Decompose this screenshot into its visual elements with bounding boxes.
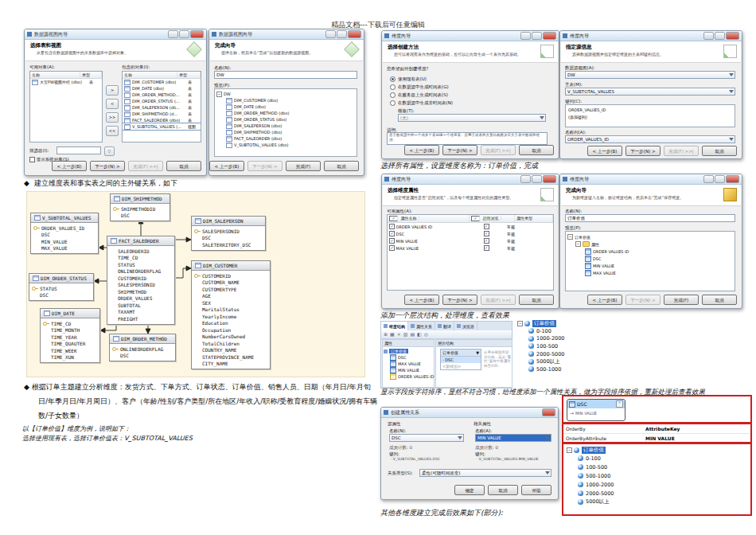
dialog-titlebar[interactable]: 维度向导: [560, 31, 742, 41]
toolbar-icon[interactable]: ◧: [417, 330, 422, 338]
close-button[interactable]: [542, 408, 555, 416]
tree-item[interactable]: DIM_DATE (dbo): [216, 103, 355, 110]
checkbox-icon[interactable]: ✓: [389, 224, 395, 229]
list-item[interactable]: 大宝PW视图外经 (dbo)表: [30, 79, 102, 85]
finish-button[interactable]: 完成(F) >>|: [481, 145, 516, 155]
attr-tree-item[interactable]: DSC: [384, 354, 433, 361]
checkbox-icon[interactable]: ✓: [389, 231, 395, 236]
filter-input[interactable]: [57, 146, 101, 154]
finish-button[interactable]: 完成(F) >>|: [128, 161, 163, 171]
radio-option[interactable]: 在数据源中生成时间表(G): [390, 83, 453, 91]
type-column-header[interactable]: 类型: [80, 72, 102, 78]
tree-item[interactable]: 5000以上: [517, 357, 601, 365]
list-item[interactable]: FACT_SALEORDER (dbo)表: [123, 117, 201, 123]
key-column-item[interactable]: ORDER_VALUES_ID: [567, 106, 734, 113]
collapse-icon[interactable]: −: [575, 241, 581, 247]
minimize-button[interactable]: [168, 30, 178, 38]
enable-browse-column[interactable]: ✓ 启用浏览: [470, 215, 515, 222]
close-button[interactable]: [543, 32, 556, 40]
er-table-dim-customer[interactable]: DIM_CUSTOMER CUSTOMERID CUSTOMER_NAMECUS…: [191, 260, 271, 369]
tree-item[interactable]: 500-1000: [567, 471, 750, 480]
finish-button[interactable]: 完成(F) >>|: [481, 295, 516, 305]
available-objects-list[interactable]: 名称类型 大宝PW视图外经 (dbo)表: [29, 71, 103, 143]
radio-option[interactable]: 在服务器上生成时间表(S): [390, 91, 453, 99]
hierarchy-level[interactable]: · DSC: [441, 357, 481, 363]
minimize-button[interactable]: [520, 175, 531, 183]
preview-tree[interactable]: −DW DIM_CUSTOMER (dbo)DIM_DATE (dbo)DIM_…: [214, 88, 357, 157]
tree-root[interactable]: −订单价值: [567, 446, 750, 454]
tree-item[interactable]: 100-500: [517, 342, 601, 350]
list-item[interactable]: V_SUBTOTAL_VALUES (...视图: [123, 123, 201, 130]
list-item[interactable]: DIM_ORDER_STATUS (...表: [123, 98, 201, 104]
attributes-table[interactable]: ✓ 属性名称 ✓ 启用浏览 属性类型 ✓ ORDER VALUES ID ✓ 常…: [387, 214, 554, 291]
tree-root[interactable]: −订单价值: [517, 319, 601, 327]
source-attr-dropdown[interactable]: DSC: [389, 434, 464, 442]
next-button[interactable]: 下一步(N) >: [442, 145, 477, 155]
tree-item[interactable]: MIN VALUE: [567, 262, 733, 269]
toolbar-icon[interactable]: ▦: [390, 330, 395, 338]
tree-item[interactable]: DSC: [567, 255, 733, 262]
tree-item[interactable]: DIM_SHIPMETHOD (dbo): [216, 129, 355, 135]
template-dropdown[interactable]: (无): [398, 114, 546, 122]
expander-icon[interactable]: ⌃: [616, 400, 623, 408]
dialog-titlebar[interactable]: 维度向导: [560, 174, 742, 185]
dialog-titlebar[interactable]: 维度向导: [382, 31, 559, 41]
name-column-header[interactable]: 名称: [30, 72, 80, 78]
tree-item[interactable]: DIM_ORDER_METHOD (dbo): [216, 110, 355, 116]
minimize-button[interactable]: [325, 30, 336, 38]
collapse-icon[interactable]: −: [567, 234, 573, 240]
list-item[interactable]: DIM_DATE (dbo)表: [123, 85, 201, 92]
name-input[interactable]: DW: [214, 71, 357, 79]
move-button[interactable]: <: [106, 99, 119, 109]
radio-option[interactable]: 在数据源中生成非时间表(N): [390, 99, 453, 107]
checkbox-icon[interactable]: ✓: [484, 238, 489, 244]
attr-name-column[interactable]: ✓ 属性名称: [388, 215, 470, 222]
finish-button[interactable]: 完成(F): [286, 161, 321, 171]
cancel-button[interactable]: 取消: [519, 145, 554, 155]
maximize-button[interactable]: [715, 175, 725, 183]
relationship-node[interactable]: DSC⌃ →MIN VALUE: [567, 399, 625, 421]
maximize-button[interactable]: [179, 30, 189, 38]
property-row[interactable]: OrderByAttributeKey: [563, 424, 750, 434]
ok-button[interactable]: 确定: [454, 485, 485, 495]
list-item[interactable]: DIM_ORDER_METHOD...表: [123, 92, 201, 98]
attr-tree-item[interactable]: MIN VALUE: [384, 367, 433, 373]
dsv-dropdown[interactable]: DW: [565, 71, 735, 79]
list-item[interactable]: DIM_SALEPERSON (db...表: [123, 104, 201, 111]
preview-tree[interactable]: −订单价值 −属性 ORDER VALUES IDDSCMIN VALUEMAX…: [565, 231, 735, 291]
designer-tab[interactable]: 维度结构: [381, 322, 408, 330]
next-button[interactable]: 下一步(N) >: [247, 161, 283, 171]
name-column-dropdown[interactable]: ORDER_VALUES_ID: [565, 135, 735, 143]
cancel-button[interactable]: 取消: [488, 485, 518, 495]
cancel-button[interactable]: 取消: [519, 295, 554, 305]
er-table-fact-saleorder[interactable]: FACT_SALEORDER SALEORDERIDTIME_CDSTATUSO…: [107, 236, 175, 325]
back-button[interactable]: < 上一步(B): [587, 295, 622, 305]
back-button[interactable]: < 上一步(B): [587, 146, 622, 156]
type-column-header[interactable]: 类型: [177, 72, 201, 78]
tree-item[interactable]: MAX VALUE: [567, 269, 733, 276]
toolbar-icon[interactable]: ▤: [410, 330, 415, 338]
close-button[interactable]: [543, 175, 556, 183]
tree-item[interactable]: 100-500: [567, 463, 750, 471]
next-button[interactable]: 下一步(N) >: [442, 295, 477, 305]
help-button[interactable]: 帮助: [521, 485, 551, 495]
new-level-row[interactable]: <新级别>: [441, 363, 481, 369]
tree-root[interactable]: −订单价值: [567, 233, 733, 240]
tree-item[interactable]: ORDER VALUES ID: [567, 248, 733, 255]
name-column-header[interactable]: 名称: [123, 72, 177, 78]
tree-item[interactable]: 2000-5000: [567, 489, 750, 498]
tree-item[interactable]: 0-100: [517, 327, 601, 335]
back-button[interactable]: < 上一步(B): [52, 161, 87, 171]
tree-item[interactable]: 5000以上: [567, 498, 750, 506]
er-table-dim-date[interactable]: DIM_DATE TIME_CD TIME_MONTHTIME_YEARTIME…: [40, 308, 100, 363]
tree-item[interactable]: DIM_CUSTOMER (dbo): [216, 97, 355, 103]
finish-button[interactable]: 完成(F) >>|: [664, 146, 699, 156]
cancel-button[interactable]: 取消: [324, 161, 359, 171]
toolbar-icon[interactable]: ×: [397, 330, 401, 338]
checkbox-icon[interactable]: ✓: [484, 231, 489, 236]
collapse-icon[interactable]: −: [517, 321, 523, 326]
close-button[interactable]: [726, 175, 739, 183]
er-table-v-subtotal-values[interactable]: V_SUBTOTAL_VALUES ORDER_VALUES_ID DSCMIN…: [30, 213, 99, 254]
designer-tab[interactable]: 浏览器: [454, 322, 477, 330]
er-table-dim-order-status[interactable]: DIM_ORDER_STATUS STATUS DSC: [29, 273, 94, 301]
